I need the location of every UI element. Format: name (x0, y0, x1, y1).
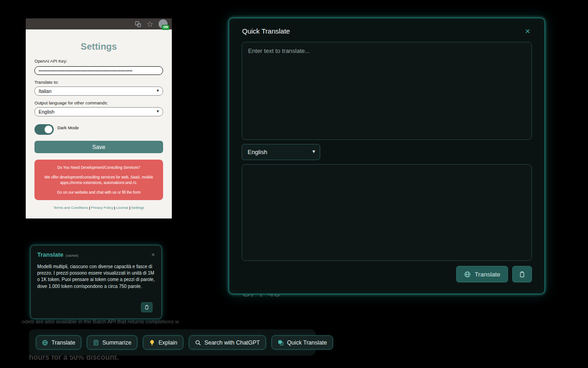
browser-toolbar: ON (26, 18, 172, 29)
footer-links: Terms and Conditions|Privacy Policy|Lice… (34, 206, 163, 210)
footer-separator: | (129, 206, 130, 210)
translate-result-popup: Translate (cached) × Modelli multipli, c… (30, 245, 162, 319)
translate-button[interactable]: Translate (456, 266, 508, 282)
translate-to-select[interactable]: Italian (34, 86, 163, 96)
quick-translate-modal: Quick Translate × English ▾ Translate (228, 17, 545, 294)
copy-button[interactable] (512, 266, 532, 282)
footer-separator: | (114, 206, 115, 210)
toolbar-summarize-button[interactable]: Summarize (87, 335, 137, 350)
terms-link[interactable]: Terms and Conditions (53, 206, 88, 210)
quick-translate-icon (277, 339, 284, 346)
dark-mode-row: Dark Mode (34, 124, 163, 135)
target-language-select[interactable]: English (242, 144, 320, 160)
document-icon (93, 339, 99, 346)
close-icon[interactable]: × (523, 27, 532, 35)
translate-glyph-icon (135, 21, 141, 28)
toolbar-quick-translate-button[interactable]: Quick Translate (271, 335, 333, 350)
privacy-link[interactable]: Privacy Policy (91, 206, 113, 210)
settings-title: Settings (34, 41, 163, 52)
quick-translate-header: Quick Translate × (242, 27, 532, 35)
notice-line-3: Go on our website and chat with us or fi… (40, 190, 157, 195)
output-language-select-wrap: English ▾ (34, 107, 163, 116)
copy-button[interactable] (141, 302, 153, 312)
cached-badge: (cached) (66, 254, 78, 257)
selection-toolbar: Translate Summarize Explain Search with … (29, 329, 316, 356)
translate-to-select-wrap: Italian ▾ (34, 86, 163, 96)
quick-translate-actions: Translate (242, 266, 532, 282)
output-language-select[interactable]: English (34, 107, 163, 116)
settings-form: Settings OpenAI API Key: Translate to: I… (26, 41, 172, 210)
notice-line-2: We offer development/consulting services… (40, 174, 157, 185)
translate-popup-title: Translate (37, 251, 63, 258)
api-key-input[interactable] (34, 66, 163, 75)
profile-avatar[interactable]: ON (158, 19, 168, 29)
bookmark-star-icon[interactable] (147, 21, 153, 28)
star-icon (147, 21, 153, 28)
dark-mode-label: Dark Mode (57, 125, 79, 130)
toolbar-button-label: Explain (158, 339, 177, 346)
toolbar-search-chatgpt-button[interactable]: Search with ChatGPT (189, 335, 266, 350)
search-icon (195, 339, 201, 346)
toggle-knob (45, 126, 52, 133)
translate-source-textarea[interactable] (242, 42, 532, 140)
background-paragraph-fragment: odels are also available in the Batch AP… (22, 319, 179, 324)
close-icon[interactable]: × (151, 251, 155, 258)
globe-icon (464, 271, 471, 278)
dark-mode-toggle[interactable] (34, 124, 54, 135)
toolbar-button-label: Search with ChatGPT (204, 339, 260, 346)
license-link[interactable]: License (116, 206, 129, 210)
toolbar-button-label: Quick Translate (287, 339, 327, 346)
api-key-label: OpenAI API Key: (34, 58, 163, 63)
clipboard-icon (519, 271, 526, 278)
translate-button-label: Translate (475, 271, 500, 278)
notice-line-1: Do You Need Development/Consulting Servi… (40, 165, 157, 170)
footer-separator: | (89, 206, 90, 210)
save-button[interactable]: Save (34, 141, 163, 153)
extension-on-badge: ON (162, 25, 170, 30)
lightbulb-icon (149, 339, 155, 346)
globe-icon (42, 339, 48, 346)
translate-to-label: Translate to: (34, 80, 163, 85)
quick-translate-title: Quick Translate (242, 27, 290, 35)
target-language-select-wrap: English ▾ (242, 144, 320, 160)
toolbar-translate-button[interactable]: Translate (36, 335, 81, 350)
services-notice: Do You Need Development/Consulting Servi… (34, 160, 163, 200)
translate-popup-header: Translate (cached) × (37, 251, 155, 258)
output-language-label: Output language for other commands: (34, 100, 163, 105)
clipboard-icon (144, 305, 149, 310)
toolbar-button-label: Summarize (102, 339, 131, 346)
settings-popup: ON Settings OpenAI API Key: Translate to… (26, 18, 172, 218)
desktop: GPT-4o odels are also available in the B… (0, 0, 588, 368)
translate-extension-icon[interactable] (135, 21, 141, 28)
toolbar-button-label: Translate (51, 339, 75, 346)
settings-link[interactable]: Settings (131, 206, 144, 210)
translated-text: Modelli multipli, ciascuno con diverse c… (37, 264, 155, 290)
translate-result-textarea[interactable] (242, 164, 532, 261)
toolbar-explain-button[interactable]: Explain (143, 335, 183, 350)
